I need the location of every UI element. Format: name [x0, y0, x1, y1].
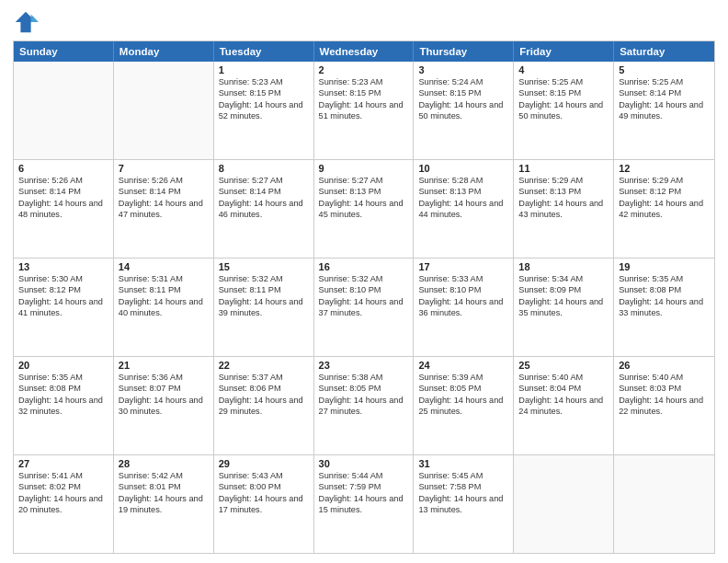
sunrise-text: Sunrise: 5:27 AM	[219, 175, 309, 186]
daylight-text: Daylight: 14 hours and 46 minutes.	[219, 198, 309, 221]
sunset-text: Sunset: 7:59 PM	[319, 481, 409, 492]
daylight-text: Daylight: 14 hours and 48 minutes.	[18, 198, 108, 221]
daylight-text: Daylight: 14 hours and 40 minutes.	[119, 296, 209, 319]
calendar-cell-3-2: 22Sunrise: 5:37 AMSunset: 8:06 PMDayligh…	[214, 357, 314, 454]
calendar-cell-0-0	[14, 62, 114, 159]
calendar-cell-3-0: 20Sunrise: 5:35 AMSunset: 8:08 PMDayligh…	[14, 357, 114, 454]
sunrise-text: Sunrise: 5:32 AM	[319, 273, 409, 284]
sunset-text: Sunset: 8:15 PM	[418, 87, 508, 98]
sunrise-text: Sunrise: 5:40 AM	[619, 372, 710, 383]
calendar-cell-1-4: 10Sunrise: 5:28 AMSunset: 8:13 PMDayligh…	[414, 160, 514, 258]
sunrise-text: Sunrise: 5:26 AM	[18, 175, 108, 186]
daylight-text: Daylight: 14 hours and 36 minutes.	[418, 296, 508, 319]
header-thursday: Thursday	[414, 41, 514, 62]
sunrise-text: Sunrise: 5:23 AM	[319, 76, 409, 87]
sunrise-text: Sunrise: 5:39 AM	[418, 372, 508, 383]
sunset-text: Sunset: 8:08 PM	[619, 284, 710, 295]
sunset-text: Sunset: 8:06 PM	[219, 383, 309, 394]
calendar-cell-0-3: 2Sunrise: 5:23 AMSunset: 8:15 PMDaylight…	[314, 62, 415, 159]
daylight-text: Daylight: 14 hours and 41 minutes.	[18, 296, 108, 319]
svg-marker-1	[31, 15, 39, 22]
sunrise-text: Sunrise: 5:37 AM	[219, 372, 309, 383]
sunrise-text: Sunrise: 5:43 AM	[219, 470, 309, 481]
calendar-cell-3-4: 24Sunrise: 5:39 AMSunset: 8:05 PMDayligh…	[414, 357, 514, 454]
sunset-text: Sunset: 8:03 PM	[619, 383, 710, 394]
calendar-row-1: 6Sunrise: 5:26 AMSunset: 8:14 PMDaylight…	[14, 160, 714, 259]
calendar-row-3: 20Sunrise: 5:35 AMSunset: 8:08 PMDayligh…	[14, 357, 714, 455]
day-number: 31	[418, 458, 508, 469]
sunrise-text: Sunrise: 5:45 AM	[418, 470, 508, 481]
calendar-cell-3-5: 25Sunrise: 5:40 AMSunset: 8:04 PMDayligh…	[514, 357, 614, 454]
day-number: 18	[518, 261, 609, 272]
day-number: 17	[418, 261, 508, 272]
calendar-body: 1Sunrise: 5:23 AMSunset: 8:15 PMDaylight…	[14, 62, 714, 553]
day-number: 3	[418, 64, 508, 75]
day-number: 25	[518, 360, 609, 371]
sunset-text: Sunset: 8:01 PM	[119, 481, 209, 492]
sunrise-text: Sunrise: 5:42 AM	[119, 470, 209, 481]
sunset-text: Sunset: 8:10 PM	[418, 284, 508, 295]
day-number: 28	[119, 458, 209, 469]
calendar-cell-3-1: 21Sunrise: 5:36 AMSunset: 8:07 PMDayligh…	[114, 357, 214, 454]
header-friday: Friday	[514, 41, 614, 62]
calendar-cell-2-3: 16Sunrise: 5:32 AMSunset: 8:10 PMDayligh…	[314, 259, 415, 356]
day-number: 16	[319, 261, 409, 272]
sunset-text: Sunset: 8:02 PM	[18, 481, 108, 492]
logo	[13, 9, 42, 35]
day-number: 11	[518, 163, 609, 174]
sunset-text: Sunset: 8:10 PM	[319, 284, 409, 295]
sunset-text: Sunset: 8:12 PM	[619, 186, 710, 197]
daylight-text: Daylight: 14 hours and 49 minutes.	[619, 99, 710, 122]
day-number: 26	[619, 360, 710, 371]
sunrise-text: Sunrise: 5:40 AM	[518, 372, 609, 383]
sunset-text: Sunset: 8:15 PM	[518, 87, 609, 98]
daylight-text: Daylight: 14 hours and 35 minutes.	[518, 296, 609, 319]
header-wednesday: Wednesday	[314, 41, 415, 62]
day-number: 2	[319, 64, 409, 75]
sunrise-text: Sunrise: 5:30 AM	[18, 273, 108, 284]
daylight-text: Daylight: 14 hours and 45 minutes.	[319, 198, 409, 221]
sunset-text: Sunset: 8:09 PM	[518, 284, 609, 295]
sunrise-text: Sunrise: 5:23 AM	[219, 76, 309, 87]
header-tuesday: Tuesday	[214, 41, 314, 62]
day-number: 1	[219, 64, 309, 75]
day-number: 9	[319, 163, 409, 174]
header-saturday: Saturday	[614, 41, 714, 62]
daylight-text: Daylight: 14 hours and 22 minutes.	[619, 395, 710, 418]
day-number: 23	[319, 360, 409, 371]
calendar: Sunday Monday Tuesday Wednesday Thursday…	[13, 40, 715, 554]
calendar-header: Sunday Monday Tuesday Wednesday Thursday…	[14, 41, 714, 62]
sunset-text: Sunset: 8:14 PM	[219, 186, 309, 197]
sunset-text: Sunset: 8:13 PM	[319, 186, 409, 197]
sunrise-text: Sunrise: 5:35 AM	[18, 372, 108, 383]
daylight-text: Daylight: 14 hours and 47 minutes.	[119, 198, 209, 221]
sunset-text: Sunset: 8:13 PM	[418, 186, 508, 197]
sunrise-text: Sunrise: 5:27 AM	[319, 175, 409, 186]
day-number: 19	[619, 261, 710, 272]
daylight-text: Daylight: 14 hours and 19 minutes.	[119, 493, 209, 516]
day-number: 6	[18, 163, 108, 174]
calendar-cell-1-0: 6Sunrise: 5:26 AMSunset: 8:14 PMDaylight…	[14, 160, 114, 258]
sunset-text: Sunset: 8:08 PM	[18, 383, 108, 394]
sunrise-text: Sunrise: 5:31 AM	[119, 273, 209, 284]
day-number: 21	[119, 360, 209, 371]
sunrise-text: Sunrise: 5:35 AM	[619, 273, 710, 284]
header-sunday: Sunday	[14, 41, 114, 62]
daylight-text: Daylight: 14 hours and 30 minutes.	[119, 395, 209, 418]
daylight-text: Daylight: 14 hours and 15 minutes.	[319, 493, 409, 516]
sunrise-text: Sunrise: 5:25 AM	[619, 76, 710, 87]
sunset-text: Sunset: 8:05 PM	[418, 383, 508, 394]
page: Sunday Monday Tuesday Wednesday Thursday…	[0, 0, 728, 563]
sunset-text: Sunset: 8:11 PM	[219, 284, 309, 295]
logo-icon	[13, 9, 39, 35]
sunset-text: Sunset: 8:12 PM	[18, 284, 108, 295]
day-number: 22	[219, 360, 309, 371]
sunrise-text: Sunrise: 5:25 AM	[518, 76, 609, 87]
calendar-cell-4-6	[614, 455, 714, 553]
sunrise-text: Sunrise: 5:28 AM	[418, 175, 508, 186]
day-number: 24	[418, 360, 508, 371]
sunrise-text: Sunrise: 5:32 AM	[219, 273, 309, 284]
day-number: 14	[119, 261, 209, 272]
calendar-cell-2-2: 15Sunrise: 5:32 AMSunset: 8:11 PMDayligh…	[214, 259, 314, 356]
calendar-cell-2-5: 18Sunrise: 5:34 AMSunset: 8:09 PMDayligh…	[514, 259, 614, 356]
